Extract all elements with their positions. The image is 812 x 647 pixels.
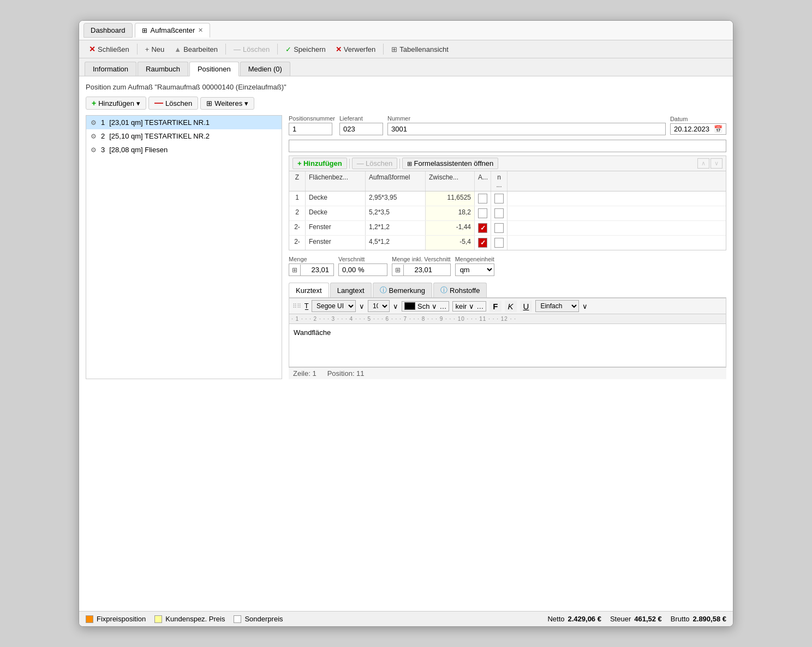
tab-bemerkung[interactable]: ⓘ Bemerkung <box>373 283 432 297</box>
verschnitt-group: Verschnitt <box>338 256 387 276</box>
checkbox-n[interactable] <box>494 208 504 218</box>
cell-flaeche[interactable]: Decke <box>306 206 366 220</box>
menge-input[interactable]: ⊞ 23,01 <box>289 263 334 276</box>
formula-delete-button[interactable]: — Löschen <box>352 158 398 169</box>
edit-button[interactable]: ▲ Bearbeiten <box>170 43 222 56</box>
tab-positionen[interactable]: Positionen <box>189 62 239 76</box>
calendar-icon[interactable]: 📅 <box>714 125 723 133</box>
color-picker[interactable]: Sch ∨ … <box>402 301 449 311</box>
nummer-label: Nummer <box>387 115 666 122</box>
formula-add-button[interactable]: + Hinzufügen <box>292 158 347 169</box>
grid-row: 1 Decke 2,95*3,95 11,6525 <box>289 191 726 206</box>
add-dropdown-icon: ▾ <box>136 99 140 107</box>
formula-assistant-button[interactable]: ⊞ Formelassistenten öffnen <box>402 158 498 169</box>
steuer-value: 461,52 € <box>634 615 662 623</box>
checkbox-n[interactable] <box>494 223 504 233</box>
size-select[interactable]: 10 <box>368 300 390 312</box>
checkbox-a-checked[interactable]: ✓ <box>478 223 487 233</box>
drag-handle-icon: ⠿⠿ <box>292 303 301 310</box>
ruler-content: · 1 · · · 2 · · · 3 · · · 4 · · · 5 · · … <box>291 316 516 322</box>
cell-z: 1 <box>289 191 306 206</box>
cell-formel[interactable]: 2,95*3,95 <box>366 191 426 206</box>
underline-button[interactable]: U <box>520 301 533 312</box>
menge-inkl-input[interactable]: ⊞ 23,01 <box>392 263 451 276</box>
delete-pos-button[interactable]: — Löschen <box>148 97 198 110</box>
more-button[interactable]: ⊞ Weiteres ▾ <box>200 97 254 110</box>
tableview-button[interactable]: ⊞ Tabellenansicht <box>387 43 453 56</box>
checkbox-a[interactable] <box>478 194 487 203</box>
size-chevron: ∨ <box>393 302 398 310</box>
cell-formel[interactable]: 1,2*1,2 <box>366 221 426 235</box>
tab-dashboard[interactable]: Dashboard <box>83 23 133 38</box>
add-button[interactable]: + Hinzufügen ▾ <box>86 97 146 110</box>
delete-button[interactable]: — Löschen <box>229 43 274 56</box>
text-editor-toolbar: ⠿⠿ T̲ Segoe UI ∨ 10 ∨ Sch ∨ … <box>289 298 726 314</box>
underline-picker[interactable]: keir ∨ … <box>452 301 486 311</box>
lieferant-label: Lieferant <box>339 115 383 122</box>
two-column-layout: ⚙ 1 [23,01 qm] TESTARTIKEL NR.1 ⚙ 2 [25,… <box>86 115 726 379</box>
save-button[interactable]: ✓ Speichern <box>281 43 330 56</box>
cell-zwisch: -5,4 <box>426 236 475 250</box>
positionsnummer-input[interactable] <box>289 123 332 135</box>
text-tabs: Kurztext Langtext ⓘ Bemerkung ⓘ Rohstoff… <box>289 283 726 298</box>
sonderpreis-label: Sonderpreis <box>244 615 283 623</box>
verschnitt-input[interactable] <box>338 263 387 276</box>
tab-aufmasscenter[interactable]: ⊞ Aufmaßcenter ✕ <box>135 23 211 38</box>
cell-flaeche[interactable]: Fenster <box>306 221 366 235</box>
list-item[interactable]: ⚙ 1 [23,01 qm] TESTARTIKEL NR.1 <box>86 116 282 129</box>
list-item[interactable]: ⚙ 3 [28,08 qm] Fliesen <box>86 143 282 157</box>
minus-icon: — <box>234 45 241 53</box>
menge-inkl-label: Menge inkl. Verschnitt <box>392 256 451 262</box>
checkbox-n[interactable] <box>494 194 504 203</box>
kundenspez-label: Kundenspez. Preis <box>165 615 225 623</box>
cell-formel[interactable]: 5,2*3,5 <box>366 206 426 220</box>
cell-flaeche[interactable]: Fenster <box>306 236 366 250</box>
fixpreis-label: Fixpreisposition <box>97 615 146 623</box>
cell-formel[interactable]: 4,5*1,2 <box>366 236 426 250</box>
cell-a[interactable] <box>475 206 491 220</box>
datum-value: 20.12.2023 <box>674 125 709 133</box>
close-tab-icon[interactable]: ✕ <box>198 27 203 34</box>
tab-information[interactable]: Information <box>85 62 136 76</box>
cell-n[interactable] <box>491 221 507 235</box>
font-select[interactable]: Segoe UI <box>312 300 356 312</box>
lieferant-input[interactable] <box>339 123 383 135</box>
editor-area[interactable]: Wandfläche <box>289 324 726 367</box>
netto-total: Netto 2.429,06 € <box>547 615 601 623</box>
mengeneinheit-select[interactable]: qm <box>455 263 494 276</box>
nav-up-button[interactable]: ∧ <box>697 158 709 169</box>
checkbox-a[interactable] <box>478 208 487 218</box>
checkbox-n[interactable] <box>494 238 504 248</box>
style-select[interactable]: Einfach <box>535 300 579 312</box>
new-button[interactable]: + Neu <box>141 43 169 56</box>
tab-medien[interactable]: Medien (0) <box>240 62 290 76</box>
nummer-input[interactable] <box>387 123 666 135</box>
nav-down-button[interactable]: ∨ <box>710 158 723 169</box>
bold-button[interactable]: F <box>489 301 501 312</box>
list-item[interactable]: ⚙ 2 [25,10 qm] TESTARTIKEL NR.2 <box>86 129 282 143</box>
checkbox-a-checked[interactable]: ✓ <box>478 238 487 248</box>
plus-icon: + <box>145 45 150 53</box>
formula-text-input[interactable] <box>289 140 726 152</box>
cell-n[interactable] <box>491 206 507 220</box>
italic-button[interactable]: K <box>505 301 517 312</box>
grid-row: 2 Decke 5,2*3,5 18,2 <box>289 206 726 221</box>
nummer-group: Nummer <box>387 115 666 135</box>
close-button[interactable]: ✕ Schließen <box>85 43 134 56</box>
tab-langtext[interactable]: Langtext <box>330 283 372 297</box>
separator <box>137 44 138 55</box>
formula-sep <box>349 159 350 169</box>
tab-rohstoffe[interactable]: ⓘ Rohstoffe <box>433 283 487 297</box>
cell-a[interactable] <box>475 191 491 206</box>
col-a: A... <box>475 171 491 191</box>
text-icon: T̲ <box>304 302 308 310</box>
cell-flaeche[interactable]: Decke <box>306 191 366 206</box>
cell-n[interactable] <box>491 236 507 250</box>
tab-raumbuch[interactable]: Raumbuch <box>138 62 188 76</box>
discard-button[interactable]: ✕ Verwerfen <box>331 43 380 56</box>
cell-a[interactable]: ✓ <box>475 236 491 250</box>
item-icon: ⚙ <box>91 133 97 140</box>
tab-kurztext[interactable]: Kurztext <box>289 283 329 297</box>
cell-a[interactable]: ✓ <box>475 221 491 235</box>
cell-n[interactable] <box>491 191 507 206</box>
